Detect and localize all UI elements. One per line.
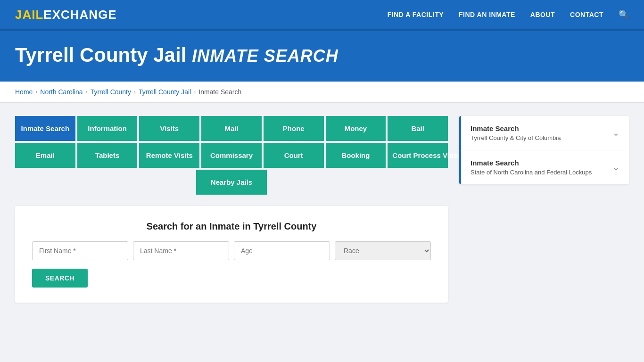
hero-title-main: Tyrrell County Jail (15, 44, 186, 66)
nav-about[interactable]: ABOUT (530, 11, 555, 18)
btn-information[interactable]: Information (77, 116, 138, 141)
left-column: Inmate Search Information Visits Mail Ph… (15, 116, 448, 303)
sidebar-item-tyrrell-text: Inmate Search Tyrrell County & City of C… (471, 124, 561, 141)
search-box: Search for an Inmate in Tyrrell County R… (15, 206, 448, 303)
site-header: JAILEXCHANGE FIND A FACILITY FIND AN INM… (0, 0, 644, 31)
logo-exchange: EXCHANGE (43, 8, 116, 22)
site-logo[interactable]: JAILEXCHANGE (15, 8, 117, 22)
sidebar-item-tyrrell-title: Inmate Search (471, 124, 561, 132)
page-title: Tyrrell County Jail INMATE SEARCH (15, 44, 629, 66)
breadcrumb-home[interactable]: Home (15, 88, 33, 96)
btn-court-process-video[interactable]: Court Process Video (388, 143, 448, 168)
search-title: Search for an Inmate in Tyrrell County (32, 221, 431, 232)
breadcrumb-sep-1: › (35, 89, 37, 95)
btn-bail[interactable]: Bail (388, 116, 448, 141)
nav-row-2: Email Tablets Remote Visits Commissary C… (15, 143, 448, 168)
sidebar-item-nc-title: Inmate Search (471, 159, 592, 167)
search-icon[interactable]: 🔍 (619, 9, 629, 20)
breadcrumb-tyrrell-jail[interactable]: Tyrrell County Jail (139, 88, 191, 96)
nav-find-facility[interactable]: FIND A FACILITY (388, 11, 444, 18)
race-select[interactable]: Race White Black Hispanic Asian Other (335, 241, 431, 260)
nav-row-1: Inmate Search Information Visits Mail Ph… (15, 116, 448, 141)
btn-mail[interactable]: Mail (201, 116, 262, 141)
breadcrumb-bar: Home › North Carolina › Tyrrell County ›… (0, 82, 644, 103)
sidebar-item-nc[interactable]: Inmate Search State of North Carolina an… (459, 150, 629, 184)
btn-booking[interactable]: Booking (326, 143, 386, 168)
btn-commissary[interactable]: Commissary (201, 143, 262, 168)
btn-tablets[interactable]: Tablets (77, 143, 138, 168)
chevron-down-icon: ⌄ (612, 128, 619, 138)
sidebar-item-nc-subtitle: State of North Carolina and Federal Lock… (471, 169, 592, 176)
first-name-input[interactable] (32, 241, 128, 260)
breadcrumb-current: Inmate Search (198, 88, 241, 96)
breadcrumb-nc[interactable]: North Carolina (40, 88, 83, 96)
hero-title-italic: INMATE SEARCH (192, 46, 338, 66)
sidebar-item-tyrrell[interactable]: Inmate Search Tyrrell County & City of C… (459, 116, 629, 150)
btn-remote-visits[interactable]: Remote Visits (139, 143, 199, 168)
btn-visits[interactable]: Visits (139, 116, 199, 141)
last-name-input[interactable] (133, 241, 229, 260)
main-nav: FIND A FACILITY FIND AN INMATE ABOUT CON… (388, 9, 629, 20)
age-input[interactable] (234, 241, 330, 260)
nav-contact[interactable]: CONTACT (570, 11, 603, 18)
btn-court[interactable]: Court (264, 143, 324, 168)
nav-find-inmate[interactable]: FIND AN INMATE (459, 11, 515, 18)
logo-jail: JAIL (15, 8, 43, 22)
chevron-down-icon-2: ⌄ (612, 162, 619, 173)
btn-phone[interactable]: Phone (264, 116, 324, 141)
breadcrumb: Home › North Carolina › Tyrrell County ›… (15, 88, 629, 96)
breadcrumb-sep-4: › (194, 89, 196, 95)
sidebar-item-tyrrell-subtitle: Tyrrell County & City of Columbia (471, 134, 561, 141)
breadcrumb-sep-3: › (134, 89, 136, 95)
main-content: Inmate Search Information Visits Mail Ph… (0, 103, 644, 316)
sidebar-item-nc-text: Inmate Search State of North Carolina an… (471, 159, 592, 176)
right-sidebar: Inmate Search Tyrrell County & City of C… (459, 116, 629, 186)
search-button[interactable]: SEARCH (32, 269, 88, 288)
sidebar-card: Inmate Search Tyrrell County & City of C… (459, 116, 629, 184)
breadcrumb-tyrrell-county[interactable]: Tyrrell County (91, 88, 131, 96)
hero-banner: Tyrrell County Jail INMATE SEARCH (0, 31, 644, 82)
nav-row-3: Nearby Jails (15, 170, 448, 195)
btn-money[interactable]: Money (326, 116, 386, 141)
btn-inmate-search[interactable]: Inmate Search (15, 116, 75, 141)
breadcrumb-sep-2: › (86, 89, 88, 95)
search-fields: Race White Black Hispanic Asian Other (32, 241, 431, 260)
btn-nearby-jails[interactable]: Nearby Jails (196, 170, 267, 195)
btn-email[interactable]: Email (15, 143, 75, 168)
category-nav: Inmate Search Information Visits Mail Ph… (15, 116, 448, 195)
